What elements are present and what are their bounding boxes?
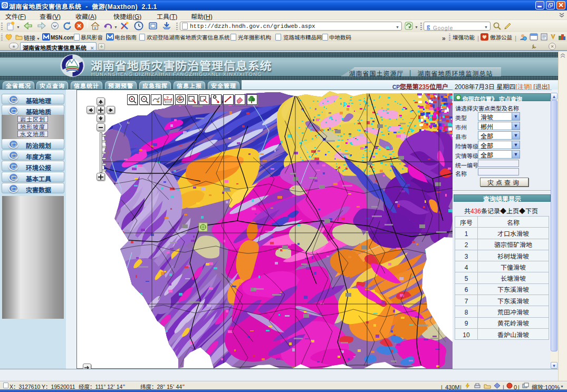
svg-text:S: S [178,95,182,103]
svg-text:?: ? [166,95,169,100]
